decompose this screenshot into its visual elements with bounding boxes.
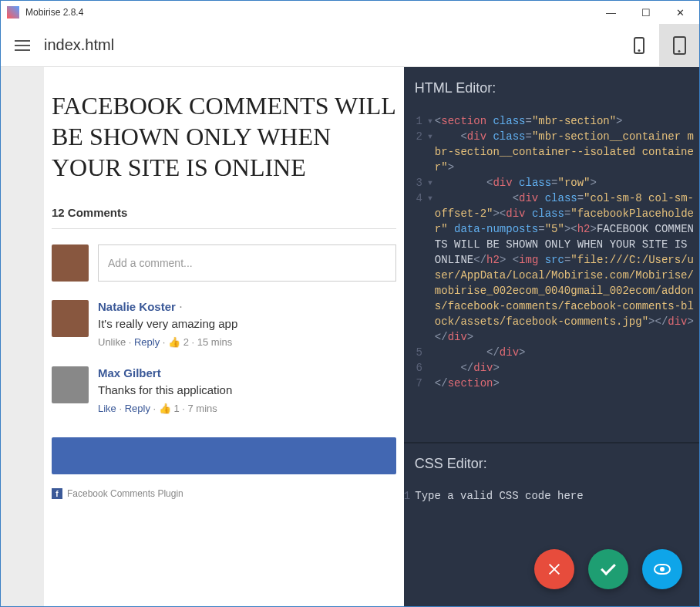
toolbar: index.html: [1, 24, 699, 67]
close-button[interactable]: ✕: [663, 2, 698, 23]
unlike-link[interactable]: Unlike: [98, 336, 126, 348]
device-tablet-button[interactable]: [659, 24, 699, 67]
reply-link[interactable]: Reply: [134, 336, 160, 348]
filename-label: index.html: [44, 36, 114, 54]
menu-button[interactable]: [1, 24, 44, 67]
avatar: [52, 244, 89, 282]
cancel-button[interactable]: [534, 549, 574, 589]
avatar: [52, 300, 89, 337]
comment-item: Max Gilbert Thanks for this application …: [52, 366, 396, 414]
add-comment-row: Add a comment...: [52, 244, 396, 282]
apply-button[interactable]: [588, 549, 628, 589]
facebook-login-button[interactable]: [52, 437, 396, 474]
html-editor-header: HTML Editor:: [404, 67, 699, 109]
comment-text: It's really very amazing app: [98, 317, 396, 330]
comments-count: 12 Comments: [52, 206, 396, 229]
device-phone-button[interactable]: [619, 24, 659, 67]
commenter-name[interactable]: Max Gilbert: [98, 366, 161, 379]
comment-item: Natalie Koster · It's really very amazin…: [52, 300, 396, 348]
like-icon[interactable]: 👍: [168, 336, 180, 348]
editor-panel: HTML Editor: 1▾<section class="mbr-secti…: [404, 67, 699, 606]
css-editor-header: CSS Editor:: [404, 443, 699, 484]
app-icon: [7, 6, 19, 19]
reply-link[interactable]: Reply: [125, 403, 150, 414]
comment-time: 15 mins: [197, 336, 233, 348]
eye-icon: [654, 564, 671, 575]
commenter-name[interactable]: Natalie Koster: [98, 300, 176, 313]
titlebar: Mobirise 2.8.4 — ☐ ✕: [1, 1, 699, 24]
page-headline: FACEBOOK COMMENTS WILL BE SHOWN ONLY WHE…: [52, 83, 396, 206]
avatar: [52, 366, 89, 403]
facebook-icon: f: [52, 488, 62, 499]
add-comment-input[interactable]: Add a comment...: [98, 244, 396, 282]
window-title: Mobirise 2.8.4: [25, 7, 83, 18]
html-editor[interactable]: 1▾<section class="mbr-section"> 2▾ <div …: [404, 109, 699, 396]
tablet-icon: [673, 36, 686, 55]
preview-gutter: [1, 67, 44, 606]
phone-icon: [634, 37, 644, 54]
close-icon: [547, 562, 561, 576]
comment-text: Thanks for this application: [98, 383, 396, 396]
minimize-button[interactable]: —: [594, 2, 628, 23]
preview-pane: FACEBOOK COMMENTS WILL BE SHOWN ONLY WHE…: [1, 67, 404, 606]
comment-time: 7 mins: [188, 403, 217, 414]
maximize-button[interactable]: ☐: [628, 2, 663, 23]
plugin-credit: f Facebook Comments Plugin: [52, 488, 396, 499]
like-link[interactable]: Like: [98, 403, 116, 414]
check-icon: [601, 560, 616, 575]
preview-button[interactable]: [642, 549, 682, 589]
like-icon[interactable]: 👍: [159, 403, 171, 414]
